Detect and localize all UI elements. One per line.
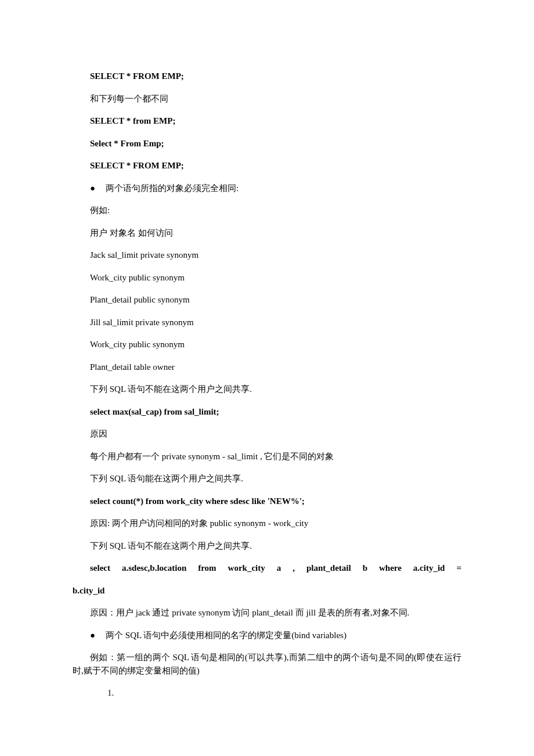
text-line: Jill sal_limit private synonym <box>73 316 461 329</box>
text-line: Plant_detail public synonym <box>73 293 461 307</box>
text-line: 每个用户都有一个 private synonym - sal_limit , 它… <box>73 450 461 463</box>
text-line: 原因 <box>73 427 461 441</box>
text-line: 和下列每一个都不同 <box>73 92 461 106</box>
text-line: Jack sal_limit private synonym <box>73 249 461 262</box>
text-line: 下列 SQL 语句能在这两个用户之间共享. <box>73 472 461 485</box>
bullet-text: 两个语句所指的对象必须完全相同: <box>106 182 461 195</box>
number-label: 1. <box>107 686 114 700</box>
sql-statement-1: SELECT * FROM EMP; <box>73 70 461 83</box>
text-line: 例如: <box>73 204 461 217</box>
text-line: 原因：用户 jack 通过 private synonym 访问 plant_d… <box>73 606 461 620</box>
bullet-item-1: ● 两个语句所指的对象必须完全相同: <box>73 182 461 195</box>
numbered-item-1: 1. <box>73 686 461 700</box>
text-line: Plant_detail table owner <box>73 361 461 374</box>
sql-statement-7-cont: b.city_id <box>73 584 461 597</box>
sql-statement-6: select count(*) from work_city where sde… <box>73 495 461 508</box>
bullet-text: 两个 SQL 语句中必须使用相同的名字的绑定变量(bind variables) <box>106 629 461 642</box>
sql-statement-2: SELECT * from EMP; <box>73 114 461 128</box>
text-line: Work_city public synonym <box>73 271 461 285</box>
text-line: 例如：第一组的两个 SQL 语句是相同的(可以共享),而第二组中的两个语句是不同… <box>73 651 461 677</box>
bullet-item-2: ● 两个 SQL 语句中必须使用相同的名字的绑定变量(bind variable… <box>73 629 461 642</box>
text-line: 下列 SQL 语句不能在这两个用户之间共享. <box>73 383 461 396</box>
sql-statement-7: select a.sdesc,b.location from work_city… <box>73 561 461 575</box>
sql-statement-3: Select * From Emp; <box>73 137 461 150</box>
sql-statement-4: SELECT * FROM EMP; <box>73 159 461 172</box>
bullet-icon: ● <box>90 631 95 640</box>
bullet-icon: ● <box>90 184 95 193</box>
text-line: 用户 对象名 如何访问 <box>73 226 461 240</box>
text-line: Work_city public synonym <box>73 338 461 351</box>
text-line: 原因: 两个用户访问相同的对象 public synonym - work_ci… <box>73 517 461 530</box>
sql-statement-5: select max(sal_cap) from sal_limit; <box>73 405 461 419</box>
text-line: 下列 SQL 语句不能在这两个用户之间共享. <box>73 539 461 553</box>
